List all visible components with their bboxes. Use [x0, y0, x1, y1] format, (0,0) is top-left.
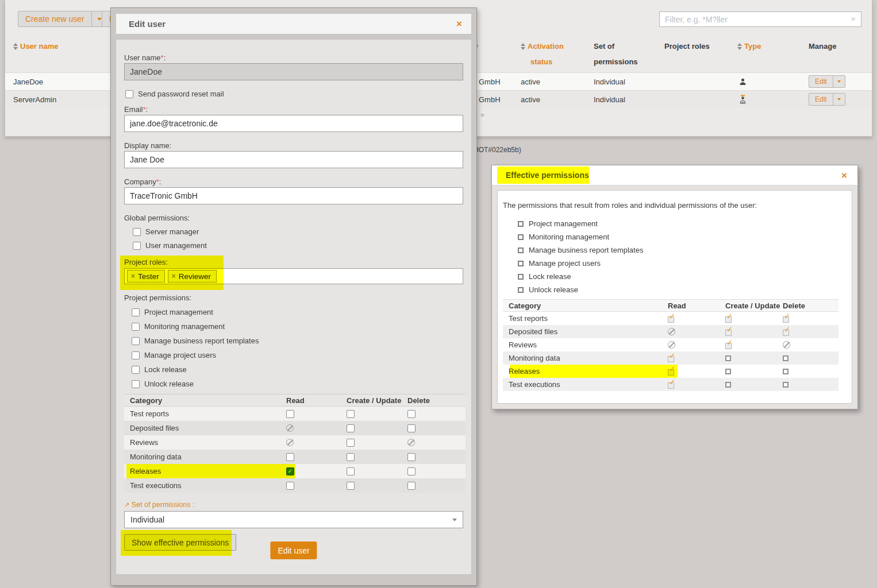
- checkbox-unchecked[interactable]: [347, 439, 355, 447]
- checkbox-unchecked[interactable]: [132, 337, 140, 345]
- edit-user-row-button[interactable]: Edit: [809, 94, 833, 105]
- display-name-input[interactable]: [124, 151, 463, 168]
- edit-dropdown-button[interactable]: [833, 94, 845, 105]
- checkbox-unchecked[interactable]: [132, 351, 140, 359]
- close-icon[interactable]: ×: [456, 19, 462, 29]
- project-roles-field[interactable]: × Tester × Reviewer: [124, 268, 463, 284]
- cell-create-update: ✓: [723, 315, 780, 322]
- column-header-activation_status[interactable]: Activationstatus: [521, 33, 594, 72]
- option-label: Manage business report templates: [144, 336, 259, 345]
- checkbox-unchecked[interactable]: [407, 482, 416, 490]
- checkbox-unchecked[interactable]: [407, 467, 416, 475]
- cell-delete: [403, 482, 466, 490]
- granted-check-icon: ✓: [725, 328, 733, 335]
- cell-read: [282, 482, 342, 490]
- cell-create-update: [342, 467, 403, 475]
- cell-delete: ✓: [780, 328, 838, 335]
- blocked-icon: [286, 424, 294, 432]
- option-manage-business-report-templates[interactable]: Manage business report templates: [132, 336, 463, 345]
- checkbox-unchecked[interactable]: [132, 323, 140, 331]
- col-create-update: Create / Update: [342, 396, 403, 405]
- checkbox-unchecked[interactable]: [286, 482, 294, 490]
- checkbox-unchecked[interactable]: [347, 482, 355, 490]
- option-label: Monitoring management: [144, 322, 225, 331]
- filter-input[interactable]: [660, 12, 846, 26]
- column-header-type[interactable]: Type: [737, 33, 809, 72]
- close-icon[interactable]: ×: [841, 171, 847, 180]
- company-label: Company*:: [124, 177, 463, 186]
- checkbox-checked[interactable]: ✓: [286, 467, 294, 475]
- set-of-permissions-select[interactable]: Individual: [124, 511, 463, 528]
- cell-category: Reviews: [124, 438, 282, 447]
- edit-dropdown-button[interactable]: [833, 76, 845, 87]
- edit-user-row-button[interactable]: Edit: [809, 76, 833, 87]
- filter-box: ×: [659, 11, 861, 27]
- cell-delete: [403, 453, 466, 461]
- external-link-icon: ↗: [124, 501, 129, 508]
- cell-read: [282, 410, 342, 418]
- cell-read: ✓: [666, 354, 723, 362]
- effective-global-project-management: Project management: [518, 220, 844, 227]
- checkbox-unchecked[interactable]: [347, 410, 355, 418]
- option-label: User management: [145, 241, 207, 250]
- show-effective-section: Show effective permissions: [124, 534, 236, 551]
- pagination-next[interactable]: »: [480, 111, 484, 119]
- remove-role-icon[interactable]: ×: [131, 272, 135, 280]
- option-label: Manage project users: [144, 351, 216, 359]
- checkbox-unchecked[interactable]: [286, 410, 294, 418]
- option-manage-project-users[interactable]: Manage project users: [132, 351, 463, 359]
- admin-icon: [738, 94, 747, 105]
- create-new-user-label[interactable]: Create new user: [18, 11, 91, 26]
- effective-global-label: Manage project users: [529, 259, 601, 268]
- remove-role-icon[interactable]: ×: [172, 272, 176, 280]
- edit-split-button: Edit: [809, 93, 845, 106]
- checkbox-unchecked[interactable]: [347, 453, 355, 461]
- checkbox-unchecked[interactable]: [132, 380, 140, 388]
- option-lock-release[interactable]: Lock release: [132, 365, 463, 374]
- cell-read: [282, 424, 342, 432]
- create-new-user-button[interactable]: Create new user: [18, 11, 107, 27]
- cell-read: ✓: [666, 315, 723, 322]
- cell-create-update: ✓: [723, 341, 780, 349]
- dialog-content: User name*: Send password reset mail Ema…: [116, 39, 472, 575]
- chevron-down-icon: [452, 519, 457, 521]
- cell-category: Monitoring data: [124, 452, 282, 461]
- checkbox-unchecked[interactable]: [347, 467, 355, 475]
- not-granted-icon: [783, 355, 788, 361]
- checkbox-unchecked[interactable]: [133, 228, 141, 236]
- cell-category: Deposited files: [124, 424, 282, 432]
- sort-icon: [737, 43, 742, 50]
- checkbox-unchecked[interactable]: [132, 308, 140, 316]
- checkbox-unchecked[interactable]: [286, 453, 294, 461]
- option-project-management[interactable]: Project management: [132, 308, 463, 316]
- send-reset-checkbox[interactable]: [125, 90, 133, 98]
- checkbox-unchecked[interactable]: [407, 453, 416, 461]
- checkbox-unchecked[interactable]: [347, 424, 355, 432]
- option-monitoring-management[interactable]: Monitoring management: [132, 322, 463, 331]
- col-delete: Delete: [403, 396, 466, 405]
- square-bullet-icon: [518, 274, 524, 280]
- option-user-management[interactable]: User management: [133, 241, 463, 250]
- cell-manage: Edit: [809, 75, 872, 88]
- effective-global-manage-project-users: Manage project users: [518, 260, 844, 267]
- table-row-deposited-files: Deposited files ✓ ✓: [503, 325, 838, 338]
- checkbox-unchecked[interactable]: [132, 366, 140, 374]
- send-reset-option[interactable]: Send password reset mail: [125, 90, 463, 98]
- dialog-titlebar: Effective permissions ×: [492, 165, 857, 185]
- square-bullet-icon: [518, 261, 524, 266]
- checkbox-unchecked[interactable]: [133, 242, 141, 250]
- option-server-manager[interactable]: Server manager: [133, 227, 463, 236]
- checkbox-unchecked[interactable]: [407, 410, 416, 418]
- edit-user-submit-button[interactable]: Edit user: [270, 541, 317, 559]
- granted-check-icon: ✓: [725, 341, 733, 349]
- show-effective-permissions-button[interactable]: Show effective permissions: [124, 534, 236, 551]
- option-unlock-release[interactable]: Unlock release: [132, 380, 463, 388]
- email-input[interactable]: [124, 115, 463, 132]
- checkbox-unchecked[interactable]: [407, 424, 416, 432]
- send-reset-label: Send password reset mail: [138, 90, 224, 98]
- global-permissions-label: Global permissions:: [124, 214, 463, 222]
- cell-delete: [780, 369, 838, 374]
- clear-filter-icon[interactable]: ×: [851, 14, 856, 24]
- company-input[interactable]: [124, 187, 463, 204]
- sort-icon: [521, 43, 525, 50]
